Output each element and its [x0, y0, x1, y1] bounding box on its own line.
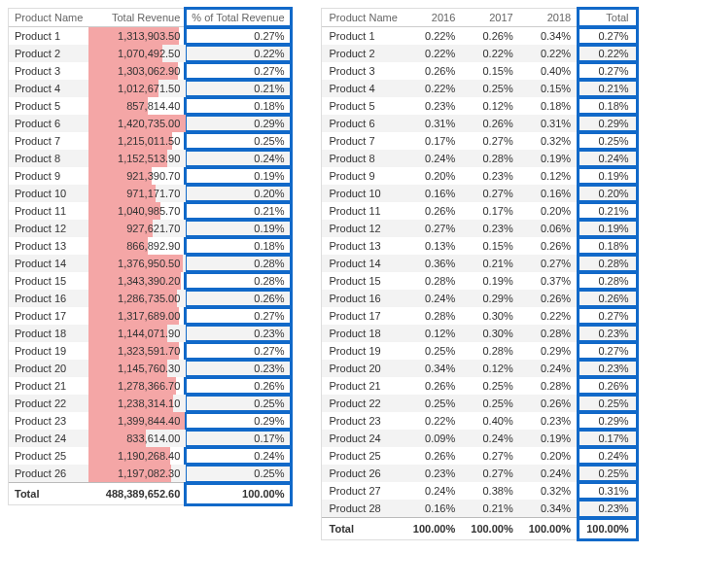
pct-cell: 0.18% [186, 97, 290, 115]
table-row[interactable]: Product 251,190,268.400.24% [9, 447, 291, 465]
col-header[interactable]: 2016 [405, 9, 463, 27]
table-row[interactable]: Product 13866,892.900.18% [9, 237, 291, 255]
pct-cell: 0.23% [186, 360, 290, 377]
table-row[interactable]: Product 160.24%0.29%0.26%0.26% [322, 290, 637, 307]
pct-total: 0.28% [579, 255, 636, 272]
table-row[interactable]: Product 21,070,492.500.22% [9, 45, 291, 62]
table-row[interactable]: Product 130.13%0.15%0.26%0.18% [322, 237, 637, 255]
table-row[interactable]: Product 211,278,366.700.26% [9, 377, 291, 395]
table-row[interactable]: Product 100.16%0.27%0.16%0.20% [322, 185, 637, 202]
table-row[interactable]: Product 80.24%0.28%0.19%0.24% [322, 150, 637, 167]
table-row[interactable]: Product 20.22%0.22%0.22%0.22% [322, 45, 637, 62]
table-row[interactable]: Product 10971,171.700.20% [9, 185, 291, 202]
table-row[interactable]: Product 180.12%0.30%0.28%0.23% [322, 325, 637, 342]
pct-cell: 0.27% [186, 27, 290, 46]
revenue-bar-cell: 1,197,082.30 [88, 465, 186, 483]
product-name: Product 3 [9, 62, 88, 80]
table-row[interactable]: Product 201,145,760.300.23% [9, 360, 291, 377]
pct-2018: 0.37% [521, 272, 579, 290]
table-row[interactable]: Product 60.31%0.26%0.31%0.29% [322, 115, 637, 132]
col-header[interactable]: Product Name [322, 9, 405, 27]
table-row[interactable]: Product 70.17%0.27%0.32%0.25% [322, 132, 637, 150]
col-header[interactable]: Product Name [9, 9, 88, 27]
pct-cell: 0.23% [186, 325, 290, 342]
pct-total: 0.19% [579, 220, 636, 237]
table-row[interactable]: Product 191,323,591.700.27% [9, 342, 291, 360]
pct-total: 0.27% [579, 307, 636, 325]
table-row[interactable]: Product 221,238,314.100.25% [9, 395, 291, 412]
table-row[interactable]: Product 150.28%0.19%0.37%0.28% [322, 272, 637, 290]
pct-total: 0.24% [579, 150, 636, 167]
product-name: Product 4 [322, 80, 405, 97]
pct-2016: 0.27% [405, 220, 463, 237]
table-row[interactable]: Product 12927,621.700.19% [9, 220, 291, 237]
table-row[interactable]: Product 10.22%0.26%0.34%0.27% [322, 27, 637, 46]
revenue-bar-cell: 1,376,950.50 [88, 255, 186, 272]
pct-2018: 0.19% [521, 430, 579, 447]
table-row[interactable]: Product 170.28%0.30%0.22%0.27% [322, 307, 637, 325]
product-name: Product 11 [9, 202, 88, 220]
table-row[interactable]: Product 261,197,082.300.25% [9, 465, 291, 483]
table-row[interactable]: Product 11,313,903.500.27% [9, 27, 291, 46]
pct-2018: 0.20% [521, 202, 579, 220]
year-pct-table[interactable]: Product Name201620172018Total Product 10… [321, 8, 638, 540]
table-row[interactable]: Product 210.26%0.25%0.28%0.26% [322, 377, 637, 395]
table-row[interactable]: Product 250.26%0.27%0.20%0.24% [322, 447, 637, 465]
table-row[interactable]: Product 90.20%0.23%0.12%0.19% [322, 167, 637, 185]
pct-2018: 0.24% [521, 465, 579, 482]
col-header[interactable]: % of Total Revenue [186, 9, 290, 27]
pct-2018: 0.29% [521, 342, 579, 360]
revenue-table[interactable]: Product NameTotal Revenue% of Total Reve… [8, 8, 292, 505]
table-row[interactable]: Product 171,317,689.000.27% [9, 307, 291, 325]
table-row[interactable]: Product 240.09%0.24%0.19%0.17% [322, 430, 637, 447]
table-row[interactable]: Product 140.36%0.21%0.27%0.28% [322, 255, 637, 272]
table-row[interactable]: Product 181,144,071.900.23% [9, 325, 291, 342]
pct-2016: 0.28% [405, 307, 463, 325]
table-row[interactable]: Product 260.23%0.27%0.24%0.25% [322, 465, 637, 482]
table-row[interactable]: Product 110.26%0.17%0.20%0.21% [322, 202, 637, 220]
pct-2018: 0.32% [521, 482, 579, 500]
table-row[interactable]: Product 231,399,844.400.29% [9, 412, 291, 430]
col-header[interactable]: Total [579, 9, 636, 27]
table-row[interactable]: Product 5857,814.400.18% [9, 97, 291, 115]
pct-cell: 0.27% [186, 307, 290, 325]
pct-2017: 0.25% [463, 377, 520, 395]
revenue-bar-cell: 1,420,735.00 [88, 115, 186, 132]
table-row[interactable]: Product 200.34%0.12%0.24%0.23% [322, 360, 637, 377]
table-row[interactable]: Product 111,040,985.700.21% [9, 202, 291, 220]
table-row[interactable]: Product 230.22%0.40%0.23%0.29% [322, 412, 637, 430]
table-row[interactable]: Product 61,420,735.000.29% [9, 115, 291, 132]
product-name: Product 14 [9, 255, 88, 272]
table-row[interactable]: Product 50.23%0.12%0.18%0.18% [322, 97, 637, 115]
col-header[interactable]: Total Revenue [88, 9, 186, 27]
table-row[interactable]: Product 220.25%0.25%0.26%0.25% [322, 395, 637, 412]
pct-2016: 0.22% [405, 45, 463, 62]
product-name: Product 2 [9, 45, 88, 62]
table-row[interactable]: Product 81,152,513.900.24% [9, 150, 291, 167]
table-row[interactable]: Product 161,286,735.000.26% [9, 290, 291, 307]
product-name: Product 10 [9, 185, 88, 202]
table-row[interactable]: Product 151,343,390.200.28% [9, 272, 291, 290]
pct-2018: 0.12% [521, 167, 579, 185]
table-row[interactable]: Product 141,376,950.500.28% [9, 255, 291, 272]
table-row[interactable]: Product 190.25%0.28%0.29%0.27% [322, 342, 637, 360]
table-row[interactable]: Product 280.16%0.21%0.34%0.23% [322, 500, 637, 518]
table-row[interactable]: Product 41,012,671.500.21% [9, 80, 291, 97]
table-row[interactable]: Product 270.24%0.38%0.32%0.31% [322, 482, 637, 500]
product-name: Product 9 [9, 167, 88, 185]
pct-total: 0.17% [579, 430, 636, 447]
pct-2018: 0.15% [521, 80, 579, 97]
product-name: Product 4 [9, 80, 88, 97]
table-row[interactable]: Product 24833,614.000.17% [9, 430, 291, 447]
pct-cell: 0.21% [186, 202, 290, 220]
table-row[interactable]: Product 31,303,062.900.27% [9, 62, 291, 80]
pct-2018: 0.22% [521, 307, 579, 325]
table-row[interactable]: Product 71,215,011.500.25% [9, 132, 291, 150]
col-header[interactable]: 2018 [521, 9, 579, 27]
table-row[interactable]: Product 40.22%0.25%0.15%0.21% [322, 80, 637, 97]
table-row[interactable]: Product 30.26%0.15%0.40%0.27% [322, 62, 637, 80]
revenue-bar-cell: 971,171.70 [88, 185, 186, 202]
table-row[interactable]: Product 120.27%0.23%0.06%0.19% [322, 220, 637, 237]
table-row[interactable]: Product 9921,390.700.19% [9, 167, 291, 185]
col-header[interactable]: 2017 [463, 9, 520, 27]
